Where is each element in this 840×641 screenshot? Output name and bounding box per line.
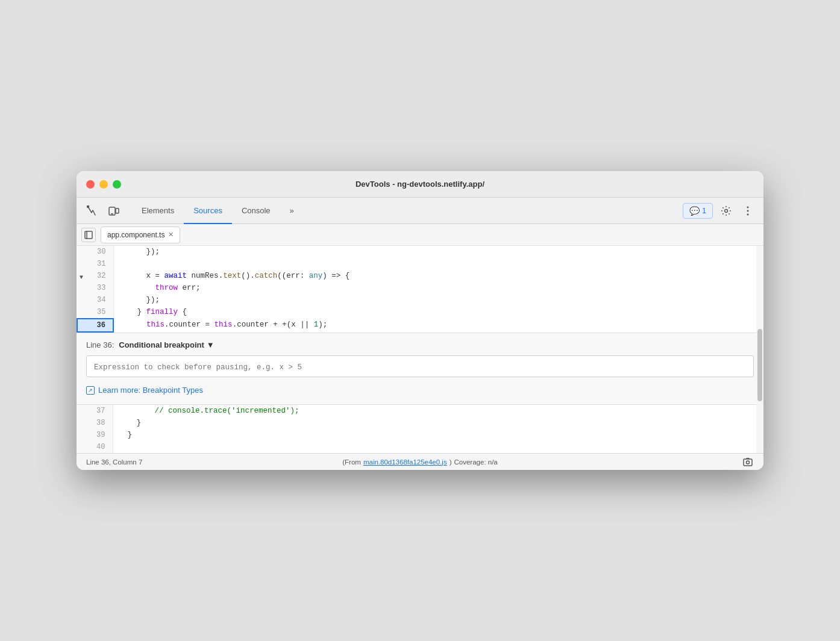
more-options-icon[interactable] xyxy=(739,202,756,219)
svg-point-0 xyxy=(87,205,89,207)
code-lines-table: 30 }); 31 ▼ 32 x = await numRes.text().c… xyxy=(77,246,763,333)
scrollbar[interactable] xyxy=(756,246,763,453)
breakpoint-line-label: Line 36: xyxy=(86,340,114,349)
message-icon: 💬 xyxy=(689,206,700,216)
settings-icon[interactable] xyxy=(718,202,735,219)
scrollbar-thumb[interactable] xyxy=(757,329,762,401)
toolbar-left-icons xyxy=(84,202,122,219)
close-button[interactable] xyxy=(86,180,95,189)
code-line-37: 37 // console.trace('incremented'); xyxy=(77,405,763,417)
inspector-icon[interactable] xyxy=(84,202,101,219)
file-tab-app-component[interactable]: app.component.ts ✕ xyxy=(101,227,180,243)
status-bar: Line 36, Column 7 (From main.80d1368fa12… xyxy=(77,453,763,470)
file-tab-bar: app.component.ts ✕ xyxy=(77,224,763,246)
status-bar-left: Line 36, Column 7 xyxy=(86,458,306,466)
line-code-35: } finally { xyxy=(113,306,763,319)
line-num-32[interactable]: ▼ 32 xyxy=(77,270,113,282)
svg-point-4 xyxy=(725,209,728,212)
cursor-position: Line 36, Column 7 xyxy=(86,458,142,466)
closing-paren: ) xyxy=(450,458,452,466)
breakpoint-type-dropdown[interactable]: Conditional breakpoint ▼ xyxy=(119,340,214,349)
main-content: 30 }); 31 ▼ 32 x = await numRes.text().c… xyxy=(77,246,763,470)
svg-point-7 xyxy=(747,213,749,215)
tab-elements[interactable]: Elements xyxy=(132,198,184,224)
line-num-33[interactable]: 33 xyxy=(77,282,113,294)
devtools-window: DevTools - ng-devtools.netlify.app/ Elem xyxy=(77,171,763,470)
svg-point-6 xyxy=(747,210,749,211)
line-num-38[interactable]: 38 xyxy=(77,417,113,429)
code-line-35: 35 } finally { xyxy=(77,306,763,319)
breakpoint-expression-input[interactable] xyxy=(94,363,746,372)
learn-more-text: Learn more: Breakpoint Types xyxy=(98,386,203,395)
breakpoint-input-wrapper xyxy=(86,355,754,377)
line-code-38: } xyxy=(113,417,763,429)
line-code-40 xyxy=(113,441,763,453)
status-bar-center: (From main.80d1368fa125e4e0.js ) Coverag… xyxy=(310,458,530,466)
tab-sources[interactable]: Sources xyxy=(184,198,232,224)
tab-more[interactable]: » xyxy=(280,198,304,224)
line-num-31[interactable]: 31 xyxy=(77,258,113,270)
source-file-link[interactable]: main.80d1368fa125e4e0.js xyxy=(363,458,447,466)
svg-rect-10 xyxy=(744,459,752,466)
code-line-40: 40 xyxy=(77,441,763,453)
code-line-39: 39 } xyxy=(77,429,763,441)
line-code-30: }); xyxy=(113,246,763,258)
line-num-30[interactable]: 30 xyxy=(77,246,113,258)
code-line-36: 36 this.counter = this.counter + +(x || … xyxy=(77,319,763,332)
line-num-39[interactable]: 39 xyxy=(77,429,113,441)
code-lines-after: 37 // console.trace('incremented'); 38 }… xyxy=(77,405,763,453)
external-link-icon xyxy=(86,386,95,395)
svg-rect-8 xyxy=(85,231,92,239)
devtools-toolbar: Elements Sources Console » 💬 1 xyxy=(77,198,763,224)
svg-point-5 xyxy=(747,206,749,208)
line-num-40[interactable]: 40 xyxy=(77,441,113,453)
window-controls xyxy=(86,180,121,189)
line-code-39: } xyxy=(113,429,763,441)
chevron-down-icon: ▼ xyxy=(207,340,215,349)
svg-point-11 xyxy=(747,461,750,464)
line-num-34[interactable]: 34 xyxy=(77,294,113,306)
maximize-button[interactable] xyxy=(113,180,121,189)
status-bar-right xyxy=(534,456,754,468)
line-code-37: // console.trace('incremented'); xyxy=(113,405,763,417)
from-label: (From xyxy=(342,458,361,466)
toolbar-tabs: Elements Sources Console » xyxy=(132,198,680,224)
file-tab-close-icon[interactable]: ✕ xyxy=(168,231,174,239)
sidebar-toggle-button[interactable] xyxy=(81,228,96,242)
breakpoint-header: Line 36: Conditional breakpoint ▼ xyxy=(86,340,754,349)
learn-more-link[interactable]: Learn more: Breakpoint Types xyxy=(86,386,754,395)
line-code-31 xyxy=(113,258,763,270)
line-num-37[interactable]: 37 xyxy=(77,405,113,417)
line-code-36: this.counter = this.counter + +(x || 1); xyxy=(113,319,763,332)
minimize-button[interactable] xyxy=(99,180,108,189)
line-code-32: x = await numRes.text().catch((err: any)… xyxy=(113,270,763,282)
code-line-34: 34 }); xyxy=(77,294,763,306)
coverage-label: Coverage: n/a xyxy=(454,458,498,466)
file-tab-name: app.component.ts xyxy=(107,231,165,239)
toolbar-right: 💬 1 xyxy=(683,202,756,219)
device-toolbar-icon[interactable] xyxy=(105,202,122,219)
code-editor[interactable]: 30 }); 31 ▼ 32 x = await numRes.text().c… xyxy=(77,246,763,453)
breakpoint-panel: Line 36: Conditional breakpoint ▼ Learn … xyxy=(77,333,763,405)
line-code-33: throw err; xyxy=(113,282,763,294)
title-bar: DevTools - ng-devtools.netlify.app/ xyxy=(77,171,763,198)
code-line-31: 31 xyxy=(77,258,763,270)
line-code-34: }); xyxy=(113,294,763,306)
code-line-30: 30 }); xyxy=(77,246,763,258)
screenshot-icon[interactable] xyxy=(742,456,754,468)
svg-rect-2 xyxy=(116,208,119,213)
tab-console[interactable]: Console xyxy=(232,198,280,224)
code-line-32: ▼ 32 x = await numRes.text().catch((err:… xyxy=(77,270,763,282)
code-line-38: 38 } xyxy=(77,417,763,429)
line-num-36[interactable]: 36 xyxy=(77,319,113,332)
code-line-33: 33 throw err; xyxy=(77,282,763,294)
console-badge-button[interactable]: 💬 1 xyxy=(683,203,713,219)
line-num-35[interactable]: 35 xyxy=(77,306,113,319)
window-title: DevTools - ng-devtools.netlify.app/ xyxy=(356,180,484,189)
breakpoint-type-label: Conditional breakpoint xyxy=(119,340,204,349)
